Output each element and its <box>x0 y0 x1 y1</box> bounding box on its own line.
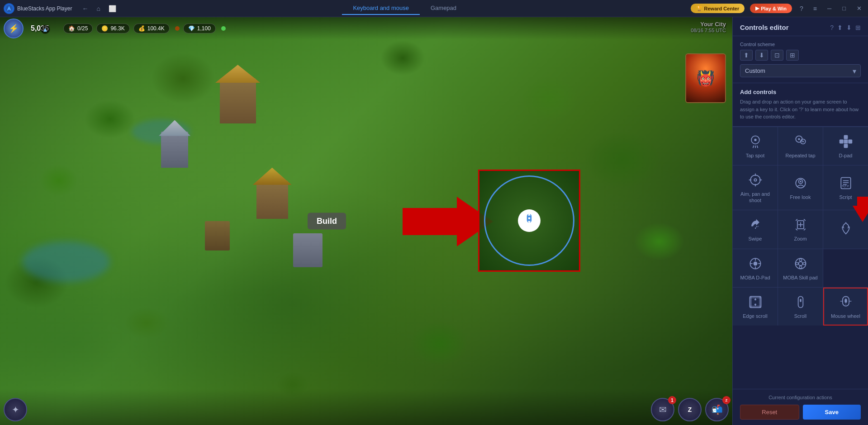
tab-gamepad[interactable]: Gamepad <box>420 2 467 15</box>
edge-scroll-label: Edge scroll <box>743 313 767 319</box>
top-bar: BlueStacks App Player ← ⌂ ⬜ Keyboard and… <box>0 0 868 17</box>
scheme-down-button[interactable]: ⬇ <box>755 50 768 61</box>
svg-rect-18 <box>848 139 852 143</box>
svg-rect-17 <box>839 139 843 143</box>
scheme-select-wrap: Custom <box>740 64 861 77</box>
help-button[interactable]: ? <box>797 4 806 13</box>
scheme-label: Control scheme <box>740 42 861 47</box>
building-1 <box>220 78 256 123</box>
svg-point-21 <box>754 179 756 181</box>
gold-icon: 💰 <box>138 25 145 32</box>
scheme-right-button[interactable]: ⊡ <box>771 50 783 61</box>
control-aim-pan-shoot[interactable]: Aim, pan and shoot <box>733 165 778 210</box>
control-moba-d-pad[interactable]: MOBA D-Pad <box>733 249 778 287</box>
panel-share-button[interactable]: ⊞ <box>855 24 861 31</box>
z-button[interactable]: Z <box>678 398 702 421</box>
svg-point-45 <box>799 259 802 261</box>
svg-rect-16 <box>844 144 848 148</box>
resource-housing: 🏠 0/25 <box>63 24 93 33</box>
app-name: BlueStacks App Player <box>17 5 72 12</box>
panel-import-button[interactable]: ⬆ <box>837 24 843 31</box>
scroll-label: Scroll <box>794 313 807 319</box>
play-win-button[interactable]: ▶ Play & Win <box>750 4 792 13</box>
control-fire[interactable] <box>823 210 868 248</box>
app-logo <box>4 3 14 14</box>
controls-panel: Controls editor ? ⬆ ⬇ ⊞ Control scheme ⬆… <box>732 17 868 425</box>
panel-help-button[interactable]: ? <box>830 24 834 31</box>
repeated-tap-label: Repeated tap <box>785 152 815 159</box>
save-button[interactable]: Save <box>803 405 861 420</box>
control-repeated-tap[interactable]: Repeated tap <box>778 127 823 165</box>
scheme-left-button[interactable]: ⊞ <box>786 50 799 61</box>
boost-icon: ▲ <box>41 25 50 34</box>
control-tap-spot[interactable]: Tap spot <box>733 127 778 165</box>
target-scroll-icon <box>518 209 541 232</box>
menu-button[interactable]: ≡ <box>811 4 819 13</box>
minimize-button[interactable]: ─ <box>825 4 834 13</box>
svg-rect-19 <box>844 139 848 143</box>
svg-line-10 <box>757 145 758 147</box>
tab-keyboard-mouse[interactable]: Keyboard and mouse <box>342 2 420 15</box>
scheme-action-icons: ⬆ ⬇ ⊡ ⊞ <box>740 50 861 61</box>
control-scroll[interactable]: Scroll <box>778 288 823 326</box>
back-button[interactable]: ← <box>79 4 91 13</box>
fire-arrow-overlay <box>853 206 868 222</box>
controls-grid: Tap spot Repeated tap <box>733 127 868 326</box>
add-controls-desc: Drag and drop an action on your game scr… <box>740 98 861 121</box>
panel-title: Controls editor <box>740 24 789 31</box>
action-buttons: Reset Save <box>740 405 861 420</box>
panel-export-button[interactable]: ⬇ <box>846 24 852 31</box>
svg-rect-59 <box>800 299 802 302</box>
panel-header-icons: ? ⬆ ⬇ ⊞ <box>830 24 861 31</box>
close-button[interactable]: ✕ <box>854 4 864 13</box>
scheme-select[interactable]: Custom <box>740 64 861 77</box>
building-2 <box>161 132 188 168</box>
svg-rect-52 <box>749 297 751 308</box>
add-controls-title: Add controls <box>740 89 861 95</box>
game-hud: ⚡ ▲ 5,035 🏠 0/25 🪙 96.3K 💰 100.4K 💎 1,10… <box>0 17 732 40</box>
resource-gems: 💎 1,100 <box>183 24 216 33</box>
svg-point-38 <box>753 261 757 265</box>
control-swipe[interactable]: Swipe <box>733 210 778 248</box>
svg-point-44 <box>798 261 802 265</box>
control-placeholder <box>823 249 868 287</box>
control-free-look[interactable]: Free look <box>778 165 823 210</box>
zoom-label: Zoom <box>794 236 806 242</box>
tab-area: Keyboard and mouse Gamepad <box>122 2 688 15</box>
svg-rect-15 <box>844 135 848 139</box>
scheme-up-button[interactable]: ⬆ <box>740 50 753 61</box>
bottom-hud: ✦ ✉ 1 Z 📬 Z <box>0 389 732 425</box>
tabs-button[interactable]: ⬜ <box>106 4 119 13</box>
swipe-icon <box>747 217 764 233</box>
control-edge-scroll[interactable]: Edge scroll <box>733 288 778 326</box>
building-3 <box>256 180 288 219</box>
game-area[interactable]: ⚡ ▲ 5,035 🏠 0/25 🪙 96.3K 💰 100.4K 💎 1,10… <box>0 17 732 425</box>
resource-gem-dot <box>175 26 180 31</box>
character-promo[interactable]: 👹 <box>685 53 726 103</box>
control-mouse-wheel[interactable]: Mouse wheel <box>823 288 868 326</box>
tap-spot-label: Tap spot <box>746 152 765 159</box>
char-promo-image: 👹 <box>686 54 725 102</box>
compass-button[interactable]: ✦ <box>4 398 27 421</box>
tap-spot-icon <box>747 133 764 150</box>
control-d-pad[interactable]: D-pad <box>823 127 868 165</box>
edge-scroll-icon <box>747 294 764 310</box>
free-look-icon <box>792 175 809 191</box>
bottom-actions: Current configuration actions Reset Save <box>733 389 868 425</box>
building-5 <box>293 233 323 267</box>
reward-center-button[interactable]: 🏆 Reward Center <box>691 4 745 13</box>
svg-point-14 <box>802 141 804 142</box>
header-right: 🏆 Reward Center ▶ Play & Win ? ≡ ─ □ ✕ <box>691 4 864 13</box>
svg-point-46 <box>799 266 802 268</box>
scroll-icon <box>792 294 809 310</box>
resource-gold: 💰 100.4K <box>133 24 170 33</box>
panel-header: Controls editor ? ⬆ ⬇ ⊞ <box>733 17 868 36</box>
control-moba-skill-pad[interactable]: MOBA Skill pad <box>778 249 823 287</box>
control-zoom[interactable]: Zoom <box>778 210 823 248</box>
reset-button[interactable]: Reset <box>740 405 799 420</box>
svg-point-3 <box>528 217 531 220</box>
home-button[interactable]: ⌂ <box>94 4 103 13</box>
svg-text:</>: </> <box>842 184 849 188</box>
maximize-button[interactable]: □ <box>840 4 849 13</box>
hud-z-wrap: Z <box>678 398 702 421</box>
